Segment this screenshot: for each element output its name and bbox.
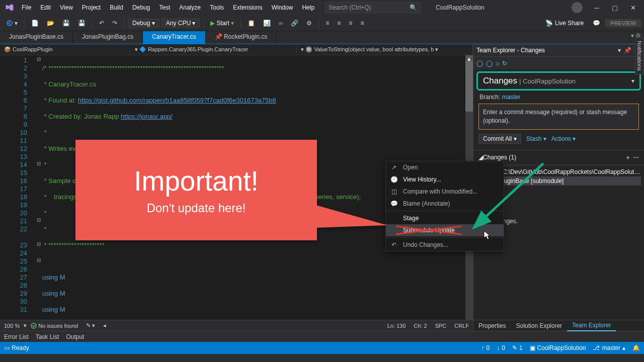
tab-file[interactable]: 📌 RocketPlugin.cs — [206, 31, 277, 44]
menu-extensions[interactable]: Extensions — [228, 0, 267, 15]
menu-analyze[interactable]: Analyze — [175, 0, 205, 15]
minimize-button[interactable]: ─ — [588, 4, 606, 12]
ctx-stage[interactable]: Stage — [386, 212, 504, 224]
chevron-down-icon[interactable]: ▾ — [631, 77, 634, 84]
status-push[interactable]: ↑ 0 — [481, 344, 490, 351]
callout-title: Important! — [134, 165, 259, 197]
commit-all-button[interactable]: Commit All ▾ — [478, 134, 521, 144]
line-ending: CRLF — [450, 323, 473, 329]
open-icon[interactable]: 📂 — [44, 19, 57, 28]
home-icon[interactable]: ⌂ — [496, 60, 499, 67]
start-button[interactable]: ▶ Start ▾ — [207, 19, 236, 28]
tab-properties[interactable]: Properties — [473, 321, 511, 331]
annotation-callout: Important! Don't update here! — [75, 140, 317, 240]
notifications-icon[interactable]: 🔔 — [632, 344, 640, 351]
ctx-blame[interactable]: 💬Blame (Annotate) — [386, 198, 504, 210]
status-branch[interactable]: ⎇ master ▴ — [593, 344, 625, 351]
menu-debug[interactable]: Debug — [128, 0, 154, 15]
toolbar-icon[interactable]: ⚙ — [303, 19, 315, 28]
config-select[interactable]: Debug ▾ — [128, 19, 159, 28]
tab-team-explorer[interactable]: Team Explorer — [567, 320, 616, 331]
pin-icon[interactable]: 📌 — [622, 47, 633, 54]
tab-file[interactable]: CanaryTracer.cs — [143, 31, 206, 44]
toolbar: ▾ 📄 📂 💾 💾 ↶ ↷ Debug ▾ Any CPU ▾ ▶ Start … — [0, 15, 644, 31]
notifications-tab[interactable]: Notifications — [635, 37, 644, 74]
svg-point-1 — [31, 323, 36, 328]
undo-icon[interactable]: ↶ — [96, 19, 107, 28]
forward-icon[interactable]: ◯ — [486, 60, 493, 67]
search-placeholder: Search (Ctrl+Q) — [329, 4, 371, 11]
save-all-icon[interactable]: 💾 — [75, 19, 89, 28]
toolbar-icon[interactable]: ∞ — [276, 19, 286, 28]
ctx-view-history[interactable]: 🕘View History... — [386, 173, 504, 186]
status-bar: ▭ Ready ↑ 0 ↓ 0 ✎ 1 ▣ CoolRappSolution ⎇… — [0, 342, 644, 354]
status-pending[interactable]: ✎ 1 — [512, 344, 523, 351]
navigation-bar[interactable]: 📦 CoolRappPlugin ▾ 🔷 Rappen.Canary365.Pl… — [0, 44, 473, 55]
commit-message-input[interactable]: Enter a commit message (required) or sta… — [478, 104, 639, 130]
stash-link[interactable]: Stash ▾ — [526, 135, 546, 142]
new-project-icon[interactable]: 📄 — [28, 19, 42, 28]
back-button[interactable]: ▾ — [3, 19, 21, 28]
dropdown-icon[interactable]: ▾ — [616, 47, 622, 54]
document-tabs: JonasPluginBase.cs JonasPluginBag.cs Can… — [0, 31, 644, 44]
ctx-undo-changes[interactable]: ↶Undo Changes... — [386, 239, 504, 251]
tab-output[interactable]: Output — [66, 333, 84, 340]
menu-file[interactable]: File — [17, 0, 36, 15]
line-col: Ln: 130 — [383, 323, 410, 329]
save-icon[interactable]: 💾 — [59, 19, 73, 28]
char-col: Ch: 2 — [410, 323, 431, 329]
mouse-cursor — [484, 230, 492, 240]
add-icon[interactable]: ＋ — [623, 153, 633, 162]
ctx-open[interactable]: ↗Open — [386, 161, 504, 173]
menu-window[interactable]: Window — [267, 0, 298, 15]
menu-project[interactable]: Project — [77, 0, 105, 15]
feedback-icon[interactable]: 💬 — [590, 19, 603, 28]
status-repo[interactable]: ▣ CoolRappSolution — [530, 344, 586, 351]
zoom-level[interactable]: 100 % — [0, 323, 24, 329]
toolbar-icon[interactable]: 📊 — [260, 19, 274, 28]
panel-title: Team Explorer - Changes — [476, 47, 616, 54]
preview-badge: PREVIEW — [605, 19, 641, 27]
toolbar-icon[interactable]: 📋 — [245, 19, 258, 28]
status-pull[interactable]: ↓ 0 — [497, 344, 505, 351]
avatar[interactable] — [572, 2, 583, 13]
status-ready: ▭ Ready — [4, 344, 29, 351]
actions-link[interactable]: Actions ▾ — [551, 135, 576, 142]
line-numbers: 1234567891011121314151617181920212223242… — [0, 55, 35, 320]
menu-view[interactable]: View — [55, 0, 77, 15]
menu-build[interactable]: Build — [105, 0, 128, 15]
editor-status-bar: 100 %▾ No issues found ✎ ▾ ◂ Ln: 130 Ch:… — [0, 320, 473, 331]
menu-edit[interactable]: Edit — [36, 0, 55, 15]
toolbar-icon[interactable]: 🔗 — [288, 19, 301, 28]
menu-tools[interactable]: Tools — [205, 0, 228, 15]
tab-error-list[interactable]: Error List — [4, 333, 29, 340]
tab-file[interactable]: JonasPluginBase.cs — [0, 31, 73, 44]
panel-tabs: Properties Solution Explorer Team Explor… — [473, 320, 644, 331]
tab-file[interactable]: JonasPluginBag.cs — [73, 31, 143, 44]
spacing: SPC — [431, 323, 451, 329]
changes-header[interactable]: Changes | CoolRappSolution ▾ ↗ — [476, 71, 641, 90]
toolbar-icon[interactable]: ≡ — [334, 19, 344, 28]
redo-icon[interactable]: ↷ — [109, 19, 120, 28]
live-share-button[interactable]: 📡 Live Share — [541, 20, 588, 27]
tab-solution-explorer[interactable]: Solution Explorer — [511, 321, 567, 331]
callout-subtitle: Don't update here! — [147, 201, 246, 215]
refresh-icon[interactable]: ↻ — [502, 60, 507, 67]
toolbar-icon[interactable]: ≡ — [357, 19, 367, 28]
maximize-button[interactable]: ▢ — [606, 4, 624, 12]
more-icon[interactable]: ⋯ — [633, 154, 639, 161]
ctx-compare[interactable]: ◫Compare with Unmodified... — [386, 186, 504, 198]
branch-indicator[interactable]: Branch: master — [473, 93, 644, 102]
menu-help[interactable]: Help — [297, 0, 319, 15]
code-folding[interactable]: ⊟⊟⊟⊟⊟ — [35, 55, 42, 320]
toolbar-icon[interactable]: ≡ — [346, 19, 355, 28]
tab-task-list[interactable]: Task List — [36, 333, 59, 340]
toolbar-icon[interactable]: ≡ — [323, 19, 332, 28]
search-input[interactable]: Search (Ctrl+Q) 🔍 — [325, 2, 421, 13]
close-button[interactable]: ✕ — [624, 4, 642, 12]
issues-indicator[interactable]: No issues found — [27, 323, 82, 329]
svg-point-0 — [7, 21, 12, 26]
platform-select[interactable]: Any CPU ▾ — [162, 19, 200, 28]
menu-test[interactable]: Test — [154, 0, 175, 15]
back-icon[interactable]: ◯ — [476, 60, 483, 67]
